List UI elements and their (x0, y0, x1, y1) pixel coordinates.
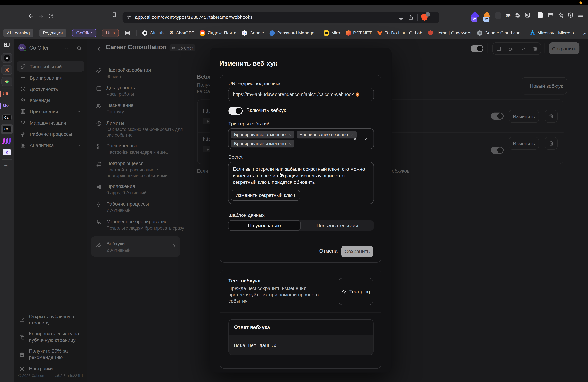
bookmark-icon[interactable] (111, 12, 117, 18)
bookmark-gitlab[interactable]: To-Do List · GitLab (377, 30, 422, 35)
address-bar[interactable]: app.cal.com/event-types/1930745?tabName=… (123, 12, 439, 23)
edit-webhook-dialog: Изменить веб-хук URL-адрес подписчика ht… (210, 48, 392, 373)
tab-miro-icon[interactable] (3, 138, 11, 144)
test-ping-button[interactable]: Тест ping (338, 278, 373, 305)
search-box-icon[interactable] (524, 12, 531, 18)
bookmark-github[interactable]: GitHub (142, 30, 164, 35)
clear-all-icon[interactable] (353, 137, 357, 141)
secret-box: Если вы потеряли или забыли секретный кл… (228, 162, 374, 204)
response-empty-text: Пока нет данных (234, 342, 276, 348)
bookmark-folder-redakciya[interactable]: Редакция (39, 29, 66, 37)
extension-ae-icon[interactable]: æ (504, 12, 512, 19)
triggers-label: Триггеры событий (228, 121, 269, 126)
bookmark-chatgpt[interactable]: ❋ChatGPT (169, 30, 194, 36)
response-title: Ответ вебхука (234, 324, 270, 330)
menu-icon[interactable] (578, 12, 584, 18)
save-button[interactable]: Сохранить (341, 246, 373, 257)
divider (220, 241, 381, 241)
save-device-icon[interactable] (398, 15, 404, 20)
tab-gemini-icon[interactable] (1, 77, 12, 86)
webhook-response-panel: Ответ вебхука Пока нет данных (228, 319, 374, 355)
browser-toolbar: app.cal.com/event-types/1930745?tabName=… (0, 5, 588, 27)
bookmark-microsoft[interactable]: Miroslav - Microso... (530, 30, 578, 35)
test-title: Тест вебхука (228, 278, 260, 283)
bookmarks-bar: AI Learning Редакция GoOffer Utils GitHu… (0, 27, 588, 39)
puzzle-extensions-icon[interactable] (514, 12, 521, 18)
tab-cal-1[interactable]: Cal (2, 114, 12, 120)
tab-indicator-utils (0, 91, 1, 97)
payload-template-segmented: По умолчанию Пользовательский (228, 220, 374, 231)
tab-boat-icon[interactable] (1, 53, 12, 63)
test-webhook-panel: Тест вебхука Прежде чем сохранить измене… (220, 270, 381, 369)
bookmark-pstnet[interactable]: PST.NET (346, 30, 372, 35)
divider (2, 88, 12, 89)
payload-template-label: Шаблон данных (228, 212, 265, 218)
divider (417, 14, 418, 21)
menu-bar (0, 0, 588, 5)
enable-webhook-toggle[interactable] (228, 107, 243, 115)
tab-cal-2[interactable]: Cal (2, 126, 12, 132)
site-settings-icon[interactable] (127, 15, 132, 20)
bookmark-folder-utils[interactable]: Utils (102, 29, 119, 37)
remove-icon[interactable] (288, 142, 291, 145)
brave-badge: 1 (426, 12, 430, 17)
response-body: Пока нет данных (229, 336, 373, 355)
bookmark-password-manager[interactable]: Password Manage... (270, 30, 318, 35)
screen: app.cal.com/event-types/1930745?tabName=… (0, 0, 588, 382)
dialog-title: Изменить веб-хук (219, 60, 277, 67)
secret-label: Secret (228, 154, 242, 160)
bookmark-codewars[interactable]: Home | Codewars (428, 30, 471, 35)
wallet-icon[interactable] (547, 12, 554, 18)
bookmarks-overflow-chevron[interactable]: » (583, 30, 586, 36)
vpn-shield-icon[interactable] (567, 12, 574, 18)
recording-indicator-dot (579, 1, 582, 4)
divider (136, 29, 137, 36)
bookmark-google[interactable]: GGoogle (242, 30, 264, 35)
extension-badge-blue: 22 (483, 17, 489, 22)
bookmark-miro[interactable]: mMiro (324, 30, 340, 35)
trigger-chip[interactable]: Бронирование отменено (231, 130, 294, 138)
tab-go[interactable]: Go (3, 103, 9, 108)
divider (534, 11, 534, 19)
forward-icon[interactable] (38, 13, 44, 19)
extension-dark-icon[interactable] (495, 12, 502, 19)
enable-webhook-label: Включить вебхук (246, 108, 286, 113)
trigger-chip[interactable]: Бронирование создано (296, 130, 357, 138)
payload-custom-option[interactable]: Пользовательский (301, 220, 374, 231)
divider (220, 312, 381, 312)
mouse-cursor (278, 171, 285, 178)
bookmark-folder-ai-learning[interactable]: AI Learning (3, 29, 34, 37)
tab-k-icon[interactable]: K (3, 149, 11, 155)
tab-starburst-icon[interactable] (1, 65, 12, 75)
change-secret-button[interactable]: Изменить секретный ключ (231, 190, 300, 201)
bookmark-yandex-mail[interactable]: Яндекс Почта (200, 30, 236, 35)
tab-utils[interactable]: Uti (3, 91, 8, 96)
url-label: URL-адрес подписчика (228, 81, 281, 86)
test-description: Прежде чем сохранить изменения, протести… (228, 285, 320, 304)
sidebar-toggle-icon[interactable] (538, 12, 543, 18)
subscriber-url-input[interactable]: https://my-api-udaw.onrender.com/api/v1/… (228, 88, 374, 101)
vertical-tab-strip: Uti Go Cal Cal K + (0, 39, 14, 382)
reload-icon[interactable] (48, 13, 54, 19)
share-icon[interactable] (408, 15, 414, 20)
secret-description: Если вы потеряли или забыли секретный кл… (233, 166, 369, 186)
bookmark-folder-gooffer[interactable]: GoOffer (72, 29, 96, 37)
triggers-multiselect[interactable]: Бронирование отменено Бронирование созда… (228, 128, 374, 149)
sidebar-panel-icon[interactable] (3, 42, 11, 48)
trigger-chip[interactable]: Бронирование изменено (231, 140, 294, 147)
divider (2, 159, 12, 160)
chevron-down-icon[interactable] (363, 137, 368, 142)
payload-default-option[interactable]: По умолчанию (228, 220, 301, 231)
remove-icon[interactable] (288, 133, 291, 136)
back-icon[interactable] (28, 13, 34, 19)
cancel-button[interactable]: Отмена (319, 248, 337, 254)
url-text[interactable]: app.cal.com/event-types/1930745?tabName=… (135, 15, 253, 20)
new-tab-plus[interactable]: + (4, 162, 7, 169)
tab-indicator-go (0, 103, 1, 109)
leo-sparkle-icon[interactable] (558, 12, 564, 18)
bookmark-google-cloud[interactable]: Google Cloud con... (477, 30, 524, 35)
apps-grid-icon[interactable] (125, 30, 130, 36)
remove-icon[interactable] (351, 133, 354, 136)
shield-lock-icon (355, 92, 360, 97)
webhook-form-panel: URL-адрес подписчика https://my-api-udaw… (220, 75, 381, 263)
